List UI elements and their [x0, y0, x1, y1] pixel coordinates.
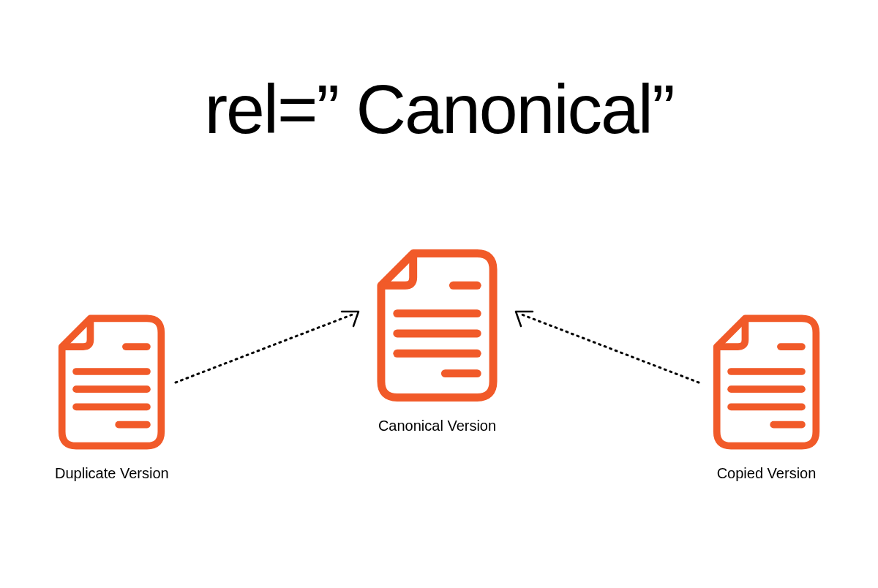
node-label: Canonical Version [378, 418, 496, 434]
svg-line-16 [522, 314, 699, 382]
svg-line-15 [176, 314, 353, 382]
arrow-right-to-center [512, 306, 702, 386]
node-label: Duplicate Version [55, 465, 169, 482]
node-canonical: Canonical Version [373, 245, 501, 434]
diagram-title: rel=” Canonical” [0, 69, 878, 149]
node-copied: Copied Version [710, 311, 823, 482]
document-icon [55, 311, 168, 453]
node-label: Copied Version [717, 465, 817, 482]
document-icon [373, 245, 501, 406]
arrow-left-to-center [172, 306, 362, 386]
node-duplicate: Duplicate Version [55, 311, 169, 482]
document-icon [710, 311, 823, 453]
